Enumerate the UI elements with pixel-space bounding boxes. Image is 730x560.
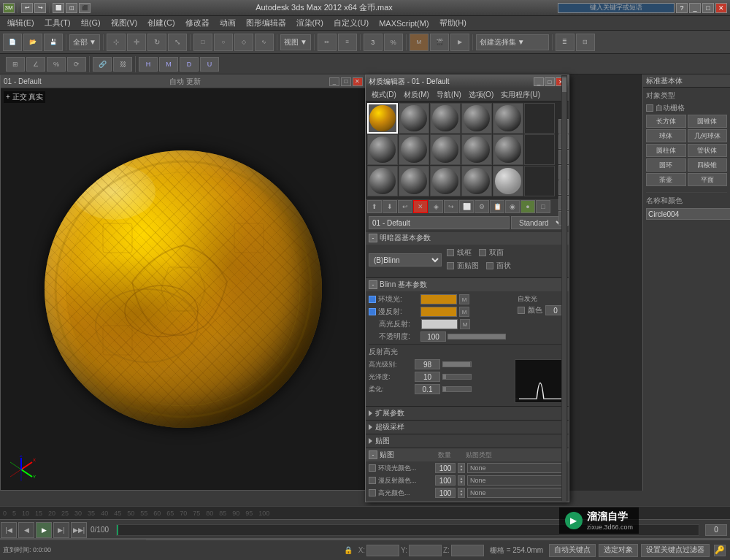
tb-mirror[interactable]: ⇔ (318, 34, 337, 51)
me-opacity-value[interactable] (420, 331, 446, 342)
me-menu-navigation[interactable]: 导航(N) (434, 89, 464, 101)
me-material-type[interactable]: Standard (511, 216, 566, 229)
me-tool-sphere[interactable]: ● (520, 200, 535, 213)
me-scrollbar-thumb[interactable] (562, 77, 566, 92)
me-map-type-0[interactable]: None (467, 463, 566, 473)
rp-name-input[interactable] (646, 208, 730, 220)
sample-slot-2[interactable] (430, 103, 461, 134)
sample-slot-15[interactable] (461, 166, 492, 196)
expand-arrow1[interactable] (369, 410, 372, 416)
rp-geosphere[interactable]: 几何球体 (688, 129, 728, 142)
me-tool-options[interactable]: ⚙ (474, 200, 489, 213)
tb-btn1[interactable]: ⬜ (53, 3, 64, 13)
me-tool-make-unique[interactable]: ◈ (429, 200, 443, 213)
me-tool-cube[interactable]: □ (536, 200, 550, 213)
tl-frame-input[interactable] (705, 524, 727, 536)
me-map-spinner-2[interactable]: ▲ ▼ (458, 488, 465, 498)
me-tool-get[interactable]: ⬆ (367, 200, 382, 213)
tl-play[interactable]: ▶ (36, 522, 52, 538)
me-map-check-1[interactable] (369, 477, 376, 484)
rp-title[interactable]: 标准基本体 (643, 74, 730, 88)
collapse-blinn[interactable]: - (369, 280, 377, 289)
sample-slot-10[interactable] (493, 134, 523, 165)
rp-plane[interactable]: 平面 (688, 173, 728, 186)
vp-minimize[interactable]: _ (329, 77, 339, 86)
menu-graph-editor[interactable]: 图形编辑器 (242, 16, 291, 30)
x-input[interactable] (366, 545, 399, 556)
tb-view-dropdown[interactable]: 视图 ▼ (280, 34, 311, 50)
tb-align[interactable]: ≡ (338, 34, 357, 51)
me-map-val-2[interactable] (435, 488, 456, 498)
menu-customize[interactable]: 自定义(U) (329, 16, 373, 30)
tb2-motion[interactable]: M (159, 57, 178, 72)
me-ambient-swatch[interactable] (420, 294, 457, 304)
status-auto-key[interactable]: 自动关键点 (549, 544, 596, 557)
sample-slot-9[interactable] (461, 134, 492, 165)
vp-maximize[interactable]: □ (341, 77, 351, 86)
me-map-spinner-1[interactable]: ▲ ▼ (458, 475, 465, 486)
tl-start[interactable]: |◀ (1, 522, 17, 538)
sample-slot-16[interactable] (493, 166, 523, 196)
tb-save[interactable]: 💾 (44, 34, 63, 51)
rp-torus[interactable]: 圆环 (646, 158, 686, 172)
tb2-display[interactable]: D (180, 57, 199, 72)
sample-slot-1[interactable] (399, 103, 429, 134)
sample-slot-7[interactable] (399, 134, 429, 165)
window-controls[interactable]: 键入关键字或短语 ? _ □ ✕ (558, 3, 727, 13)
me-soften-val[interactable] (415, 384, 440, 394)
me-gloss-val[interactable] (415, 372, 440, 382)
help-btn[interactable]: ? (676, 3, 688, 13)
me-material-name[interactable] (369, 216, 510, 229)
sample-slot-11[interactable] (524, 134, 555, 165)
tl-end[interactable]: ▶▶| (71, 522, 87, 538)
search-btn[interactable]: 键入关键字或短语 (558, 3, 675, 13)
me-diffuse-c-btn[interactable] (369, 308, 376, 315)
me-map-val-0[interactable] (435, 463, 456, 473)
menu-animation[interactable]: 动画 (215, 16, 240, 30)
tb2-snap[interactable]: ⊞ (6, 57, 25, 72)
me-map-spinner-0[interactable]: ▲ ▼ (458, 463, 465, 473)
me-minimize[interactable]: _ (534, 77, 544, 86)
viewport-update[interactable]: 更新 (186, 77, 201, 87)
sample-slot-0[interactable] (367, 103, 398, 134)
me-menu-utility[interactable]: 实用程序(U) (498, 89, 543, 101)
me-spec-level-val[interactable] (415, 359, 440, 369)
tb2-percent2[interactable]: % (47, 57, 66, 72)
tb-ribbon[interactable]: ⊟ (576, 34, 595, 51)
tb-new[interactable]: 📄 (3, 34, 22, 51)
menu-tools[interactable]: 工具(T) (40, 16, 75, 30)
tb2-spinner[interactable]: ⟳ (67, 57, 86, 72)
tb-box-select[interactable]: □ (193, 34, 212, 51)
status-key-icon[interactable]: 🔑 (714, 545, 726, 556)
tb-fence-select[interactable]: ◇ (234, 34, 253, 51)
minimize-btn[interactable]: _ (689, 3, 701, 13)
z-input[interactable] (451, 545, 484, 556)
me-menu-material[interactable]: 材质(M) (401, 89, 432, 101)
sample-slot-3[interactable] (461, 103, 492, 134)
tb2-unlink[interactable]: ⛓ (113, 57, 132, 72)
rp-tube[interactable]: 管状体 (688, 144, 728, 157)
me-map-type-1[interactable]: None (467, 475, 566, 486)
collapse-maps[interactable]: - (369, 450, 377, 459)
redo-btn[interactable]: ↪ (34, 3, 46, 13)
me-spec-level-slider[interactable] (442, 361, 472, 367)
me-menu-mode[interactable]: 模式(D) (369, 89, 399, 101)
me-maximize[interactable]: □ (545, 77, 555, 86)
create-selection-set[interactable]: 创建选择集 ▼ (476, 34, 549, 50)
sample-slot-8[interactable] (430, 134, 461, 165)
tb-layer[interactable]: ≣ (556, 34, 575, 51)
me-diffuse-swatch[interactable] (420, 307, 457, 317)
rp-pyramid[interactable]: 四棱锥 (688, 158, 728, 172)
me-shader-select[interactable]: (B)Blinn (369, 253, 442, 266)
maximize-btn[interactable]: □ (702, 3, 714, 13)
me-map-type-2[interactable]: None (467, 488, 566, 498)
me-gloss-slider[interactable] (442, 374, 472, 380)
rp-cone[interactable]: 圆锥体 (688, 115, 728, 128)
sample-slot-6[interactable] (367, 134, 398, 165)
vp-close[interactable]: ✕ (353, 77, 363, 86)
tb-num3[interactable]: 3 (364, 34, 383, 51)
me-specular-swatch[interactable] (421, 319, 458, 329)
me-illum-color-check[interactable] (518, 307, 525, 314)
rp-teapot[interactable]: 茶壶 (646, 173, 686, 186)
me-map-val-1[interactable] (435, 475, 456, 486)
